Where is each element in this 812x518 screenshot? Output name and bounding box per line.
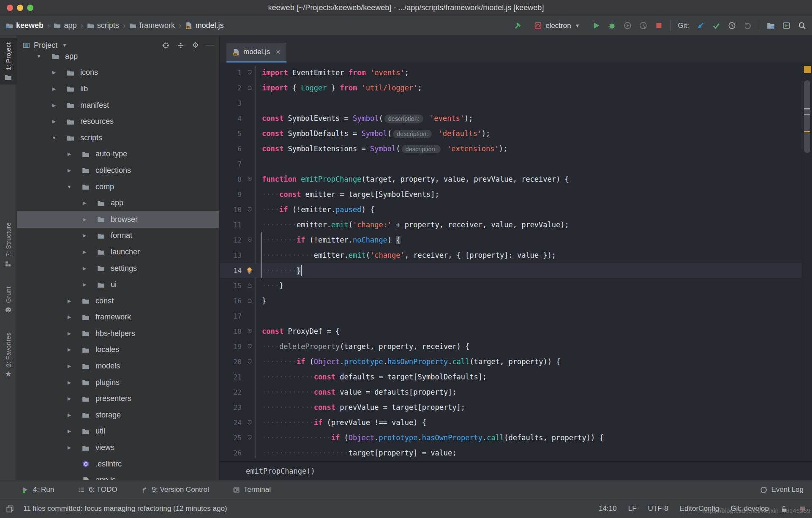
screen-reader-icon[interactable] — [799, 505, 806, 513]
fold-marker[interactable] — [244, 344, 255, 349]
lock-icon[interactable] — [780, 505, 787, 513]
code-line-4[interactable]: 4const SymbolEvents = Symbol(description… — [220, 111, 802, 126]
profiler-button[interactable] — [639, 22, 648, 30]
breadcrumb-item-model.js[interactable]: JSmodel.js — [185, 21, 223, 30]
tree-expand-arrow[interactable]: ▶ — [63, 412, 76, 418]
tree-expand-arrow[interactable]: ▶ — [48, 119, 60, 124]
tree-expand-arrow[interactable]: ▶ — [63, 380, 76, 385]
code-line-7[interactable]: 7 — [220, 156, 802, 172]
toolwindow-toggle-icon[interactable] — [6, 505, 14, 513]
line-number[interactable]: 18 — [220, 327, 244, 335]
tree-item-ui[interactable]: ▶ui — [17, 276, 219, 293]
line-number[interactable]: 17 — [220, 312, 244, 320]
tree-expand-arrow[interactable]: ▶ — [48, 103, 60, 108]
tree-expand-arrow[interactable]: ▶ — [63, 168, 76, 173]
tree-expand-arrow[interactable]: ▶ — [63, 428, 76, 434]
code-line-8[interactable]: 8function emitPropChange(target, propert… — [220, 172, 802, 187]
code-line-16[interactable]: 16} — [220, 293, 802, 308]
tree-item-launcher[interactable]: ▶launcher — [17, 244, 219, 260]
code-line-13[interactable]: 13············emitter.emit('change', rec… — [220, 248, 802, 263]
line-number[interactable]: 22 — [220, 388, 244, 396]
breadcrumb-item-keeweb[interactable]: keeweb — [6, 21, 44, 30]
tree-item-storage[interactable]: ▶storage — [17, 407, 219, 423]
code-line-24[interactable]: 24············if (prevValue !== value) { — [220, 415, 802, 430]
line-number[interactable]: 19 — [220, 343, 244, 351]
code-line-5[interactable]: 5const SymbolDefaults = Symbol(descripti… — [220, 126, 802, 141]
toolwindow-button-terminal[interactable]: Terminal — [233, 485, 271, 494]
code-line-20[interactable]: 20········if (Object.prototype.hasOwnPro… — [220, 354, 802, 369]
line-number[interactable]: 25 — [220, 434, 244, 442]
code-line-19[interactable]: 19····deleteProperty(target, property, r… — [220, 339, 802, 354]
git-history-button[interactable] — [728, 22, 736, 30]
encoding-widget[interactable]: UTF-8 — [648, 504, 668, 513]
tree-expand-arrow[interactable]: ▶ — [63, 363, 76, 369]
line-number[interactable]: 1 — [220, 69, 244, 77]
line-number[interactable]: 16 — [220, 297, 244, 305]
git-commit-button[interactable] — [712, 22, 720, 30]
tree-item-collections[interactable]: ▶collections — [17, 162, 219, 179]
line-number[interactable]: 5 — [220, 130, 244, 138]
fold-marker[interactable] — [244, 435, 255, 441]
tree-expand-arrow[interactable]: ▶ — [63, 445, 76, 450]
inspection-status-square[interactable] — [804, 66, 811, 73]
breadcrumb-item-app[interactable]: app — [54, 21, 76, 30]
tool-stripe-grunt[interactable]: Grunt — [0, 282, 17, 317]
run-anything-button[interactable] — [782, 22, 790, 30]
tree-expand-arrow[interactable]: ▶ — [63, 298, 76, 304]
tree-item-hbs-helpers[interactable]: ▶hbs-helpers — [17, 325, 219, 342]
tree-expand-arrow[interactable]: ▶ — [78, 266, 91, 271]
tab-model-js[interactable]: JS model.js ✕ — [226, 43, 286, 63]
code-line-15[interactable]: 15····} — [220, 278, 802, 293]
fold-marker[interactable] — [244, 420, 255, 425]
fold-marker[interactable] — [244, 237, 255, 243]
tree-expand-arrow[interactable]: ▼ — [33, 54, 45, 59]
status-message[interactable]: 11 files committed: focus managing refac… — [23, 504, 227, 513]
tool-stripe-structure[interactable]: 7: Structure — [0, 218, 17, 271]
minimize-button[interactable] — [17, 5, 23, 11]
code-line-12[interactable]: 12········if (!emitter.noChange) { — [220, 232, 802, 248]
tree-item-browser[interactable]: ▶browser — [17, 211, 219, 228]
tree-expand-arrow[interactable]: ▶ — [48, 86, 60, 92]
fold-marker[interactable] — [244, 207, 255, 213]
git-update-button[interactable] — [696, 22, 705, 30]
breadcrumb-method[interactable]: emitPropChange() — [246, 467, 315, 475]
tree-item-settings[interactable]: ▶settings — [17, 260, 219, 277]
tree-item-format[interactable]: ▶format — [17, 228, 219, 244]
intention-bulb-icon[interactable] — [246, 265, 253, 275]
tree-item-icons[interactable]: ▶icons — [17, 65, 219, 81]
hide-panel-button[interactable]: — — [206, 41, 214, 49]
tree-item-app[interactable]: ▶app — [17, 195, 219, 211]
tree-item-presenters[interactable]: ▶presenters — [17, 390, 219, 407]
tree-item-util[interactable]: ▶util — [17, 423, 219, 440]
tree-item-locales[interactable]: ▶locales — [17, 342, 219, 358]
code-line-11[interactable]: 11········emitter.emit('change:' + prope… — [220, 217, 802, 232]
tree-item-resources[interactable]: ▶resources — [17, 113, 219, 130]
code-line-25[interactable]: 25················if (Object.prototype.h… — [220, 430, 802, 445]
code-line-22[interactable]: 22············const value = defaults[pro… — [220, 384, 802, 400]
close-icon[interactable]: ✕ — [275, 49, 281, 55]
line-number[interactable]: 10 — [220, 206, 244, 214]
line-number[interactable]: 20 — [220, 358, 244, 366]
search-everywhere-button[interactable] — [798, 22, 806, 30]
close-button[interactable] — [7, 5, 13, 11]
editor-breadcrumb-bar[interactable]: emitPropChange() — [220, 461, 812, 480]
tree-item-manifest[interactable]: ▶manifest — [17, 97, 219, 114]
line-number[interactable]: 21 — [220, 373, 244, 381]
line-number[interactable]: 8 — [220, 175, 244, 183]
line-number[interactable]: 7 — [220, 160, 244, 168]
code-line-21[interactable]: 21············const defaults = target[Sy… — [220, 369, 802, 384]
tree-expand-arrow[interactable]: ▶ — [78, 233, 91, 238]
line-number[interactable]: 26 — [220, 449, 244, 457]
tree-item-models[interactable]: ▶models — [17, 358, 219, 374]
changed-files-button[interactable] — [766, 22, 775, 30]
code-line-9[interactable]: 9····const emitter = target[SymbolEvents… — [220, 187, 802, 202]
code-line-26[interactable]: 26····················target[property] =… — [220, 445, 802, 461]
code-line-1[interactable]: 1import EventEmitter from 'events'; — [220, 65, 802, 80]
git-branch-widget[interactable]: Git: develop — [730, 504, 769, 513]
fold-marker[interactable] — [244, 298, 255, 304]
debug-button[interactable] — [608, 22, 616, 30]
line-number[interactable]: 15 — [220, 282, 244, 290]
chevron-down-icon[interactable]: ▼ — [62, 42, 67, 48]
line-number[interactable]: 12 — [220, 236, 244, 244]
tool-stripe-project[interactable]: 1: Project — [0, 38, 17, 85]
